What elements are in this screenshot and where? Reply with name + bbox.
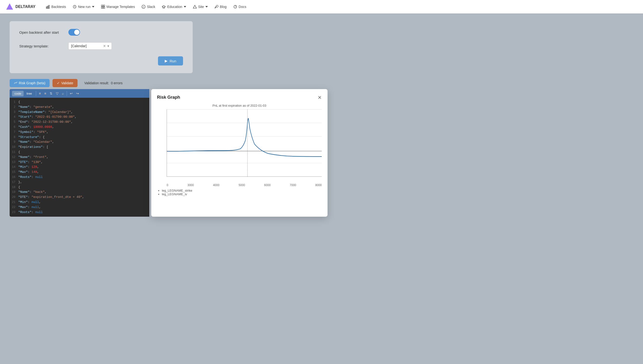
editor-line: 19 "Name": "back", <box>10 190 149 195</box>
line-content: { <box>18 185 20 190</box>
line-number: 2 <box>10 105 18 110</box>
editor-line: 21 "Min": null, <box>10 200 149 205</box>
line-number: 22 <box>10 205 18 210</box>
filter-icon[interactable]: ▽ <box>55 90 60 96</box>
line-content: }, <box>18 180 22 185</box>
line-content: "Min": 120, <box>18 165 39 170</box>
line-content: { <box>18 150 20 155</box>
nav-items: Backtests New run Manage Templates # Sla… <box>43 3 637 10</box>
open-backtest-row: Open backtest after start <box>19 29 183 36</box>
open-backtest-toggle[interactable] <box>68 29 80 36</box>
tab-tree[interactable]: tree <box>24 91 34 96</box>
line-content: "Max": null, <box>18 205 41 210</box>
chevron-down-icon-2 <box>184 6 186 8</box>
nav-manage-templates[interactable]: Manage Templates <box>98 3 138 10</box>
code-editor: code tree ≡ ≡ ⇅ ▽ ⌕ ↩ ↪ 1{2 "Name": "gen… <box>10 89 149 217</box>
line-content: "DTE": "130", <box>18 160 43 165</box>
editor-toolbar: code tree ≡ ≡ ⇅ ▽ ⌕ ↩ ↪ <box>10 89 149 98</box>
nav-backtests[interactable]: Backtests <box>43 3 69 10</box>
open-backtest-label: Open backtest after start <box>19 30 63 34</box>
strategy-template-select[interactable]: [Calendar] ✕ ▾ <box>68 42 112 50</box>
editor-line: 11 { <box>10 150 149 155</box>
chevron-down-icon-3 <box>205 6 208 8</box>
editor-line: 16 "Roots": null <box>10 175 149 180</box>
editor-body: 1{2 "Name": "generate",3 "TemplateName":… <box>10 98 149 217</box>
line-number: 1 <box>10 100 18 105</box>
editor-line: 12 "Name": "front", <box>10 155 149 160</box>
line-content: "DTE": "expiration_front_dte + 40", <box>18 195 84 200</box>
line-number: 7 <box>10 130 18 135</box>
list-item-iv: leg_LEGNAME_iv <box>162 192 322 196</box>
risk-graph-subtitle: PnL at first expiration as of 2022-01-03 <box>157 104 322 107</box>
logo-icon <box>6 3 14 10</box>
line-number: 8 <box>10 135 18 140</box>
editor-line: 6 "Cash": 10000.0000, <box>10 125 149 130</box>
run-button[interactable]: ▶ Run <box>158 56 183 66</box>
wrench-icon <box>215 5 218 9</box>
strategy-template-label: Strategy template: <box>19 44 63 48</box>
risk-graph-button[interactable]: Risk Graph (beta) <box>10 79 50 87</box>
app-logo[interactable]: DELTARAY <box>6 3 36 10</box>
main-content: Open backtest after start Strategy templ… <box>0 14 337 224</box>
line-number: 3 <box>10 110 18 115</box>
editor-line: 22 "Max": null, <box>10 205 149 210</box>
editor-line: 5 "End": "2022-12-31T00:00:00", <box>10 120 149 125</box>
sort-icon[interactable]: ⇅ <box>48 90 54 96</box>
run-button-row: ▶ Run <box>19 56 183 66</box>
nav-site[interactable]: Site <box>190 3 211 10</box>
clear-icon[interactable]: ✕ <box>103 44 106 48</box>
right-side-list: leg_LEGNAME_strike leg_LEGNAME_iv <box>157 189 322 196</box>
dropdown-icon[interactable]: ▾ <box>107 44 109 48</box>
editor-line: 13 "DTE": "130", <box>10 160 149 165</box>
nav-blog[interactable]: Blog <box>212 3 230 10</box>
line-number: 21 <box>10 200 18 205</box>
line-number: 15 <box>10 170 18 175</box>
risk-graph-title: Risk Graph <box>157 95 180 100</box>
risk-graph-close-button[interactable]: ✕ <box>318 95 322 100</box>
line-number: 20 <box>10 195 18 200</box>
line-number: 6 <box>10 125 18 130</box>
svg-text:#: # <box>143 6 144 8</box>
editor-line: 8 "Structure": { <box>10 135 149 140</box>
line-content: "TemplateName": "[Calendar]", <box>18 110 73 115</box>
editor-line: 7 "Symbol": "SPX", <box>10 130 149 135</box>
editor-line: 23 "Roots": null <box>10 210 149 215</box>
editor-line: 20 "DTE": "expiration_front_dte + 40", <box>10 195 149 200</box>
align-left-icon[interactable]: ≡ <box>38 90 42 96</box>
tab-code[interactable]: code <box>12 91 24 96</box>
risk-graph-header: Risk Graph ✕ <box>157 95 322 100</box>
search-icon[interactable]: ⌕ <box>61 90 65 96</box>
line-content: "Name": "front", <box>18 155 49 160</box>
line-content: "Roots": null <box>18 175 43 180</box>
nav-slack[interactable]: # Slack <box>139 3 158 10</box>
svg-rect-5 <box>101 5 103 6</box>
svg-text:?: ? <box>235 6 236 8</box>
redo-icon[interactable]: ↪ <box>75 90 81 96</box>
validate-check-icon: ✓ <box>57 81 60 85</box>
align-center-icon[interactable]: ≡ <box>43 90 48 96</box>
editor-line: 9 "Name": "Calendar", <box>10 140 149 145</box>
validate-button[interactable]: ✓ Validate <box>53 79 78 87</box>
line-number: 19 <box>10 190 18 195</box>
svg-marker-11 <box>193 5 197 8</box>
chart-icon <box>46 5 50 9</box>
chevron-down-icon <box>92 6 94 8</box>
editor-line: 17 }, <box>10 180 149 185</box>
editor-line: 10 "Expirations": [ <box>10 145 149 150</box>
svg-marker-0 <box>6 3 13 10</box>
editor-line: 4 "Start": "2022-01-01T00:00:00", <box>10 114 149 120</box>
list-item-strike: leg_LEGNAME_strike <box>162 189 322 192</box>
strategy-template-value: [Calendar] <box>71 44 87 48</box>
line-content: "Name": "generate", <box>18 105 54 110</box>
nav-docs[interactable]: ? Docs <box>231 3 249 10</box>
line-content: "Start": "2022-01-01T00:00:00", <box>18 114 77 120</box>
clock-icon <box>73 5 77 9</box>
nav-new-run[interactable]: New run <box>70 3 97 10</box>
app-name: DELTARAY <box>16 4 36 9</box>
line-number: 16 <box>10 175 18 180</box>
nav-education[interactable]: Education <box>159 3 189 10</box>
toolbar-row: Risk Graph (beta) ✓ Validate Validation … <box>10 79 193 87</box>
config-panel: Open backtest after start Strategy templ… <box>10 21 193 73</box>
line-content: "Symbol": "SPX", <box>18 130 49 135</box>
undo-icon[interactable]: ↩ <box>68 90 74 96</box>
